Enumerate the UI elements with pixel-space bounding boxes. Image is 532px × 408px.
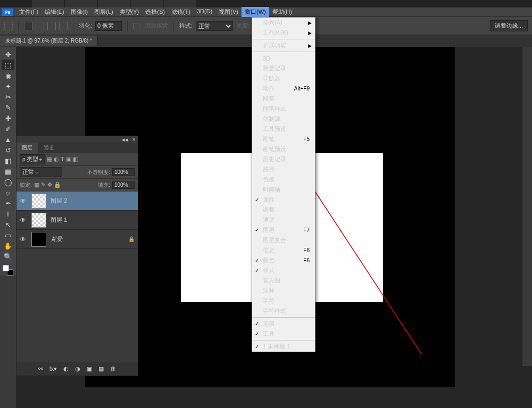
menu-帮助[interactable]: 帮助(H) xyxy=(269,7,295,17)
menu-item-画笔预设[interactable]: 画笔预设 xyxy=(252,144,315,154)
menu-item-测量记录[interactable]: 测量记录 xyxy=(252,63,315,73)
sel-add-icon[interactable] xyxy=(36,22,44,30)
menu-滤镜[interactable]: 滤镜(T) xyxy=(168,7,194,17)
menu-item-注释[interactable]: 注释 xyxy=(252,286,315,296)
style-select[interactable]: 正常 xyxy=(196,21,233,31)
document-tab[interactable]: 未标题-1 @ 97.6% (图层 2, RGB/8) * xyxy=(0,36,98,46)
lasso-tool-icon[interactable]: ◉ xyxy=(2,70,14,81)
adjust-icon[interactable]: ◑ xyxy=(75,365,80,372)
crop-tool-icon[interactable]: ✂ xyxy=(2,91,14,102)
menu-item-色板[interactable]: 色板 xyxy=(252,174,315,185)
menu-文件[interactable]: 文件(F) xyxy=(16,7,41,17)
folder-icon[interactable]: ▣ xyxy=(87,365,92,372)
menu-item-属性[interactable]: ✓属性 xyxy=(252,195,315,205)
history-brush-icon[interactable]: ↺ xyxy=(2,145,14,155)
menu-item-段落[interactable]: 段落 xyxy=(252,94,315,104)
menu-item-画笔[interactable]: 画笔F5 xyxy=(252,134,315,144)
menu-item-样式[interactable]: ✓样式 xyxy=(252,265,315,276)
layer-row[interactable]: 👁 图层 2 xyxy=(16,191,138,211)
menu-item-字符[interactable]: 字符 xyxy=(252,296,315,306)
menu-item-动作[interactable]: 动作Alt+F9 xyxy=(252,84,315,94)
mask-icon[interactable]: ◐ xyxy=(63,365,69,372)
menu-item-颜色[interactable]: ✓颜色F6 xyxy=(252,255,315,265)
gradient-tool-icon[interactable]: ▦ xyxy=(2,166,14,177)
refine-edge-button[interactable]: 调整边缘... xyxy=(490,20,528,31)
zoom-tool-icon[interactable]: 🔍 xyxy=(2,251,14,262)
menu-图层[interactable]: 图层(L) xyxy=(91,7,116,17)
menu-item-工具预设[interactable]: 工具预设 xyxy=(252,124,315,134)
layer-name: 图层 2 xyxy=(51,197,67,205)
tab-channels[interactable]: 通道 xyxy=(38,143,60,153)
sel-int-icon[interactable] xyxy=(59,22,68,30)
menu-窗口[interactable]: 窗口(W) xyxy=(242,7,269,17)
blend-mode-select[interactable]: 正常 ÷ xyxy=(20,167,62,177)
marquee-tool-icon[interactable]: ⬚ xyxy=(2,60,14,70)
pen-tool-icon[interactable]: ✒ xyxy=(2,198,14,209)
layer-thumb xyxy=(31,213,46,228)
menu-item-工具[interactable]: ✓工具 xyxy=(252,329,315,339)
link-icon[interactable]: ⚯ xyxy=(38,365,43,372)
hand-tool-icon[interactable]: ✋ xyxy=(2,240,14,251)
trash-icon[interactable]: 🗑 xyxy=(110,365,116,372)
opacity-label: 不透明度: xyxy=(87,169,110,176)
visibility-icon[interactable]: 👁 xyxy=(20,197,27,205)
blur-tool-icon[interactable]: ◯ xyxy=(2,177,14,187)
menu-编辑[interactable]: 编辑(E) xyxy=(41,7,68,17)
menu-item-仿制源[interactable]: 仿制源 xyxy=(252,114,315,124)
menu-图像[interactable]: 图像(I) xyxy=(68,7,91,17)
lock-icons[interactable]: ▦ ✎ ✥ 🔒 xyxy=(34,181,61,188)
sel-new-icon[interactable] xyxy=(24,22,32,30)
tab-layers[interactable]: 图层 xyxy=(16,143,38,153)
menu-item-调整[interactable]: 调整 xyxy=(252,205,315,215)
filter-icons[interactable]: ▦ ◐ T ▣ ◧ xyxy=(47,156,78,163)
heal-tool-icon[interactable]: ✚ xyxy=(2,113,14,123)
path-tool-icon[interactable]: ↖ xyxy=(2,219,14,230)
menu-item-时间轴[interactable]: 时间轴 xyxy=(252,185,315,195)
eraser-tool-icon[interactable]: ◧ xyxy=(2,155,14,166)
color-swatches[interactable] xyxy=(3,265,13,276)
dodge-tool-icon[interactable]: ☼ xyxy=(2,187,14,198)
menu-3D[interactable]: 3D(D) xyxy=(194,7,215,17)
close-icon[interactable]: × xyxy=(132,136,136,143)
menu-item-信息[interactable]: 信息F8 xyxy=(252,245,315,255)
menu-item-图层[interactable]: ✓图层F7 xyxy=(252,225,315,235)
brush-tool-icon[interactable]: ✐ xyxy=(2,123,14,134)
fx-icon[interactable]: fx▾ xyxy=(49,365,57,372)
menu-item-排列(A)[interactable]: 排列(A)▶ xyxy=(252,18,315,28)
menu-item-导航器[interactable]: 导航器 xyxy=(252,73,315,84)
style-label: 样式: xyxy=(179,22,193,30)
menu-item-图层复合[interactable]: 图层复合 xyxy=(252,235,315,245)
antialias-label: 消除锯齿 xyxy=(145,22,168,30)
menu-item-字符样式[interactable]: 字符样式 xyxy=(252,306,315,316)
visibility-icon[interactable]: 👁 xyxy=(20,236,27,243)
sel-sub-icon[interactable] xyxy=(47,22,56,30)
stamp-tool-icon[interactable]: ▲ xyxy=(2,134,14,145)
menu-item-1 未标题-1[interactable]: ✓1 未标题-1 xyxy=(252,342,315,352)
shape-tool-icon[interactable]: ▭ xyxy=(2,230,14,240)
menu-item-直方图[interactable]: 直方图 xyxy=(252,276,315,286)
menu-类型[interactable]: 类型(Y) xyxy=(117,7,143,17)
new-layer-icon[interactable]: ▦ xyxy=(98,365,104,372)
menu-item-工作区(K)[interactable]: 工作区(K)▶ xyxy=(252,28,315,38)
menu-item-路径[interactable]: 路径 xyxy=(252,164,315,174)
menu-item-通道[interactable]: 通道 xyxy=(252,215,315,225)
move-tool-icon[interactable]: ✥ xyxy=(2,49,14,60)
menu-视图[interactable]: 视图(V) xyxy=(215,7,242,17)
layer-row[interactable]: 👁 背景 🔒 xyxy=(16,230,138,249)
opacity-input[interactable]: 100% xyxy=(112,168,135,176)
type-tool-icon[interactable]: T xyxy=(2,209,14,219)
layer-row[interactable]: 👁 图层 1 xyxy=(16,211,138,230)
menu-item-扩展功能[interactable]: 扩展功能▶ xyxy=(252,40,315,51)
menu-item-段落样式[interactable]: 段落样式 xyxy=(252,104,315,114)
kind-filter[interactable]: ρ 类型 ÷ xyxy=(20,154,45,164)
feather-input[interactable] xyxy=(95,21,122,31)
eyedropper-tool-icon[interactable]: ✎ xyxy=(2,102,14,113)
fill-input[interactable]: 100% xyxy=(112,181,135,189)
menu-item-历史记录[interactable]: 历史记录 xyxy=(252,154,315,164)
wand-tool-icon[interactable]: ✦ xyxy=(2,81,14,91)
menu-item-3D[interactable]: 3D xyxy=(252,53,315,63)
menu-选择[interactable]: 选择(S) xyxy=(142,7,168,17)
menu-item-选项[interactable]: ✓选项 xyxy=(252,319,315,329)
visibility-icon[interactable]: 👁 xyxy=(20,217,27,224)
panel-tabs: 图层 通道 xyxy=(16,143,138,153)
